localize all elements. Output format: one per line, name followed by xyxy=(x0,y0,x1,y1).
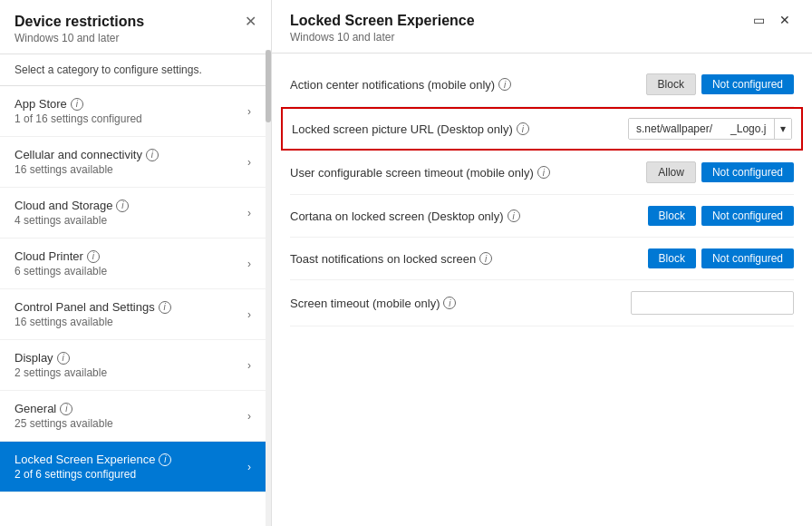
cat-sub-app-store: 1 of 16 settings configured xyxy=(14,112,247,125)
setting-row-toast-notifications: Toast notifications on locked screen i B… xyxy=(290,238,794,280)
info-icon-locked-screen: i xyxy=(159,453,171,466)
right-header-text: Locked Screen Experience Windows 10 and … xyxy=(290,13,475,44)
minimize-button[interactable]: ▭ xyxy=(749,13,768,27)
setting-label-cortana: Cortana on locked screen (Desktop only) … xyxy=(290,209,648,223)
setting-row-action-center: Action center notifications (mobile only… xyxy=(290,63,794,107)
category-list: App Store i 1 of 16 settings configured … xyxy=(0,86,271,526)
chevron-icon-control-panel: › xyxy=(247,308,251,321)
cat-title-app-store: App Store i xyxy=(14,97,247,111)
chevron-icon-display: › xyxy=(247,359,251,372)
controls-cortana: Block Not configured xyxy=(648,206,794,226)
chevron-icon-locked-screen: › xyxy=(247,461,251,473)
cat-content-locked-screen: Locked Screen Experience i 2 of 6 settin… xyxy=(14,453,247,481)
info-icon-app-store: i xyxy=(71,98,83,111)
right-panel-subtitle: Windows 10 and later xyxy=(290,31,475,44)
setting-row-cortana: Cortana on locked screen (Desktop only) … xyxy=(290,195,794,238)
left-title-row: Device restrictions ✕ xyxy=(14,13,256,30)
category-item-locked-screen[interactable]: Locked Screen Experience i 2 of 6 settin… xyxy=(0,442,266,492)
scrollbar-thumb[interactable] xyxy=(266,50,271,122)
cat-title-control-panel: Control Panel and Settings i xyxy=(14,300,247,314)
cat-content-control-panel: Control Panel and Settings i 16 settings… xyxy=(14,300,247,328)
cat-title-display: Display i xyxy=(14,351,247,365)
cat-title-locked-screen: Locked Screen Experience i xyxy=(14,453,247,466)
setting-label-screen-timeout-mobile: Screen timeout (mobile only) i xyxy=(290,297,631,310)
cat-title-general: General i xyxy=(14,402,247,415)
category-item-display[interactable]: Display i 2 settings available › xyxy=(0,340,266,391)
cat-title-cloud-printer: Cloud Printer i xyxy=(14,249,247,263)
close-window-button[interactable]: ✕ xyxy=(776,13,794,27)
url-dropdown-btn-locked-screen-picture[interactable]: ▾ xyxy=(774,119,791,139)
info-icon-toast-notifications: i xyxy=(479,252,492,265)
info-icon-control-panel: i xyxy=(159,301,171,314)
right-header: Locked Screen Experience Windows 10 and … xyxy=(272,0,812,54)
chevron-icon-app-store: › xyxy=(247,105,251,118)
info-icon-screen-timeout: i xyxy=(537,166,550,179)
main-container: Device restrictions ✕ Windows 10 and lat… xyxy=(0,0,812,526)
info-icon-screen-timeout-mobile: i xyxy=(443,297,456,309)
scrollbar-track xyxy=(266,50,271,526)
controls-screen-timeout: Allow Not configured xyxy=(646,161,794,183)
window-controls: ▭ ✕ xyxy=(749,13,794,27)
info-icon-cellular: i xyxy=(146,149,159,161)
controls-toast-notifications: Block Not configured xyxy=(648,248,794,268)
not-configured-btn-cortana[interactable]: Not configured xyxy=(701,206,794,226)
category-item-app-store[interactable]: App Store i 1 of 16 settings configured … xyxy=(0,86,266,137)
chevron-icon-cloud-printer: › xyxy=(247,258,251,270)
cat-content-display: Display i 2 settings available xyxy=(14,351,247,379)
cat-sub-display: 2 settings available xyxy=(14,366,247,379)
block-btn-toast-notifications[interactable]: Block xyxy=(648,248,696,268)
category-item-cloud-storage[interactable]: Cloud and Storage i 4 settings available… xyxy=(0,188,266,239)
cat-content-cloud-storage: Cloud and Storage i 4 settings available xyxy=(14,199,247,227)
chevron-icon-cellular: › xyxy=(247,156,251,169)
not-configured-btn-action-center[interactable]: Not configured xyxy=(701,74,794,94)
settings-list: Action center notifications (mobile only… xyxy=(272,54,812,526)
info-icon-cloud-printer: i xyxy=(87,250,100,263)
cat-content-cellular: Cellular and connectivity i 16 settings … xyxy=(14,148,247,176)
panel-description: Select a category to configure settings. xyxy=(0,54,271,86)
category-item-general[interactable]: General i 25 settings available › xyxy=(0,391,266,442)
not-configured-btn-toast-notifications[interactable]: Not configured xyxy=(701,248,794,268)
setting-label-toast-notifications: Toast notifications on locked screen i xyxy=(290,252,648,266)
cat-content-app-store: App Store i 1 of 16 settings configured xyxy=(14,97,247,125)
panel-subtitle: Windows 10 and later xyxy=(14,32,256,44)
right-panel: Locked Screen Experience Windows 10 and … xyxy=(272,0,812,526)
url-input-group-locked-screen-picture: ▾ xyxy=(628,118,792,140)
cat-sub-general: 25 settings available xyxy=(14,417,247,430)
category-item-control-panel[interactable]: Control Panel and Settings i 16 settings… xyxy=(0,289,266,340)
chevron-icon-general: › xyxy=(247,410,251,423)
controls-action-center: Block Not configured xyxy=(646,73,794,95)
cat-sub-control-panel: 16 settings available xyxy=(14,316,247,328)
category-item-cellular[interactable]: Cellular and connectivity i 16 settings … xyxy=(0,137,266,188)
cat-title-cellular: Cellular and connectivity i xyxy=(14,148,247,161)
cat-sub-cellular: 16 settings available xyxy=(14,163,247,176)
info-icon-action-center: i xyxy=(498,78,511,91)
block-btn-action-center[interactable]: Block xyxy=(646,73,696,95)
cat-sub-cloud-storage: 4 settings available xyxy=(14,214,247,227)
setting-row-screen-timeout-mobile: Screen timeout (mobile only) i xyxy=(290,280,794,326)
cat-content-cloud-printer: Cloud Printer i 6 settings available xyxy=(14,249,247,278)
setting-label-action-center: Action center notifications (mobile only… xyxy=(290,78,646,92)
cat-sub-cloud-printer: 6 settings available xyxy=(14,265,247,278)
url-input-locked-screen-picture[interactable] xyxy=(629,119,774,139)
panel-title: Device restrictions xyxy=(14,14,144,30)
empty-input-screen-timeout-mobile[interactable] xyxy=(631,291,794,315)
close-button[interactable]: ✕ xyxy=(245,13,256,30)
cat-sub-locked-screen: 2 of 6 settings configured xyxy=(14,468,247,481)
cat-title-cloud-storage: Cloud and Storage i xyxy=(14,199,247,212)
left-header: Device restrictions ✕ Windows 10 and lat… xyxy=(0,0,271,54)
info-icon-cloud-storage: i xyxy=(116,200,129,212)
chevron-icon-cloud-storage: › xyxy=(247,207,251,219)
info-icon-general: i xyxy=(60,403,72,415)
setting-row-locked-screen-picture: Locked screen picture URL (Desktop only)… xyxy=(281,107,803,151)
info-icon-locked-screen-picture: i xyxy=(517,122,529,135)
not-configured-btn-screen-timeout[interactable]: Not configured xyxy=(701,162,794,182)
block-btn-cortana[interactable]: Block xyxy=(648,206,696,226)
left-panel: Device restrictions ✕ Windows 10 and lat… xyxy=(0,0,272,526)
setting-row-screen-timeout: User configurable screen timeout (mobile… xyxy=(290,151,794,195)
right-panel-title: Locked Screen Experience xyxy=(290,13,475,29)
info-icon-cortana: i xyxy=(508,209,520,222)
cat-content-general: General i 25 settings available xyxy=(14,402,247,430)
category-item-cloud-printer[interactable]: Cloud Printer i 6 settings available › xyxy=(0,239,266,289)
info-icon-display: i xyxy=(57,352,70,365)
allow-btn-screen-timeout[interactable]: Allow xyxy=(646,161,696,183)
